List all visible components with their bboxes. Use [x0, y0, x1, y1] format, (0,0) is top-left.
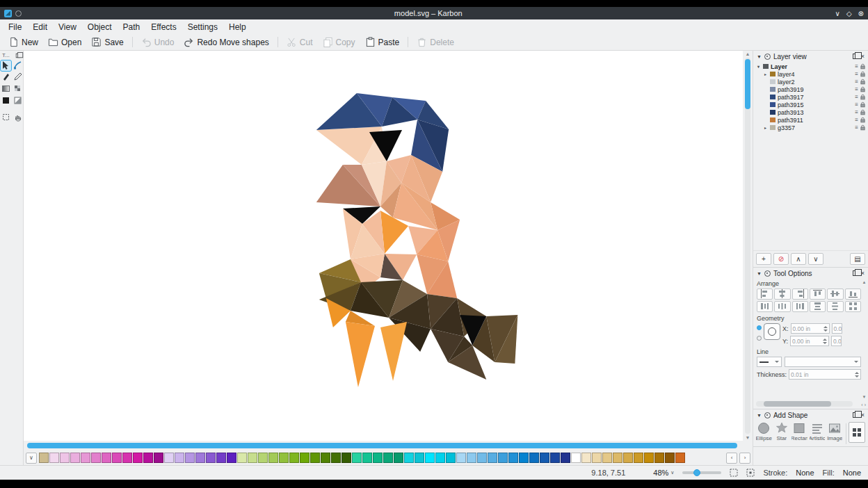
color-swatch[interactable]: [477, 453, 487, 463]
calligraphy-tool[interactable]: [1, 72, 11, 83]
color-swatch[interactable]: [498, 453, 508, 463]
palette-next-button[interactable]: ›: [739, 453, 750, 464]
x-input[interactable]: 0.00 in: [791, 323, 830, 334]
shape-rectangle[interactable]: Rectan: [791, 422, 807, 441]
align-left-button[interactable]: [757, 288, 773, 300]
distribute-hcenter-button[interactable]: [774, 301, 790, 312]
line-style-select[interactable]: [757, 357, 782, 367]
color-swatch[interactable]: [488, 453, 497, 463]
properties-icon[interactable]: ≡: [855, 101, 858, 108]
maximize-button[interactable]: ◇: [846, 10, 852, 17]
color-swatch[interactable]: [571, 453, 581, 463]
width-input[interactable]: 0.00 in: [832, 323, 842, 334]
zoom-select[interactable]: 48% ∨: [653, 469, 674, 477]
tool-options-vscroll[interactable]: ▲▼: [862, 280, 867, 399]
color-swatch[interactable]: [331, 453, 341, 463]
color-swatch[interactable]: [300, 453, 310, 463]
color-swatch[interactable]: [425, 453, 435, 463]
raise-layer-button[interactable]: ∧: [791, 253, 806, 265]
color-swatch[interactable]: [216, 453, 226, 463]
color-swatch[interactable]: [154, 453, 163, 463]
gradient-tool[interactable]: [1, 84, 11, 95]
expander-icon[interactable]: ▾: [756, 64, 761, 69]
line-end-select[interactable]: [785, 357, 861, 367]
color-swatch[interactable]: [81, 453, 90, 463]
align-right-button[interactable]: [792, 288, 808, 300]
crop-tool[interactable]: [1, 113, 11, 123]
float-docker-icon[interactable]: [853, 54, 858, 59]
spinner-arrows-icon[interactable]: [822, 326, 829, 332]
thickness-input[interactable]: 0.01 in: [789, 369, 861, 380]
color-swatch[interactable]: [352, 453, 362, 463]
color-swatch[interactable]: [508, 453, 518, 463]
distribute-spacing-button[interactable]: [845, 301, 861, 312]
pan-tool[interactable]: [13, 113, 23, 123]
color-swatch[interactable]: [321, 453, 330, 463]
color-swatch[interactable]: [561, 453, 570, 463]
color-swatch[interactable]: [143, 453, 153, 463]
shape-pattern-button[interactable]: [849, 422, 865, 443]
lock-icon[interactable]: [860, 63, 865, 70]
properties-icon[interactable]: ≡: [855, 71, 858, 77]
docker-collapse-icon[interactable]: ▼: [757, 271, 762, 276]
float-docker-icon[interactable]: [853, 412, 858, 418]
color-swatch[interactable]: [623, 453, 633, 463]
distribute-left-button[interactable]: [757, 301, 773, 312]
color-swatch[interactable]: [39, 453, 49, 463]
color-swatch[interactable]: [415, 453, 424, 463]
toolbox-float-icon[interactable]: [16, 53, 20, 57]
distribute-right-button[interactable]: [792, 301, 808, 312]
color-swatch[interactable]: [91, 453, 101, 463]
add-layer-button[interactable]: +: [756, 253, 771, 265]
lock-icon[interactable]: [860, 79, 865, 85]
vertical-scrollbar[interactable]: ▲ ▼: [743, 51, 753, 441]
minimize-button[interactable]: ∨: [835, 10, 840, 17]
color-swatch[interactable]: [289, 453, 299, 463]
menu-file[interactable]: File: [3, 21, 27, 33]
shape-artistic-text[interactable]: Artistic: [810, 422, 826, 441]
layer-row-path3915[interactable]: path3915≡: [753, 101, 868, 108]
hscroll-left-icon[interactable]: ‹: [861, 402, 862, 407]
float-docker-icon[interactable]: [853, 270, 858, 276]
distribute-vcenter-button[interactable]: [827, 301, 843, 312]
lock-icon[interactable]: [860, 71, 865, 77]
shape-image[interactable]: Image: [827, 422, 843, 441]
layer-row-g3357[interactable]: ▸g3357≡: [753, 124, 868, 131]
pencil-tool[interactable]: [13, 72, 23, 83]
color-swatch[interactable]: [227, 453, 236, 463]
palette-menu-button[interactable]: ∨: [26, 453, 37, 464]
color-swatch[interactable]: [540, 453, 549, 463]
lock-icon[interactable]: [860, 124, 865, 131]
expander-icon[interactable]: ▸: [763, 125, 768, 130]
color-swatch[interactable]: [185, 453, 195, 463]
height-input[interactable]: 0.00 in: [831, 336, 842, 346]
path-tool[interactable]: [13, 60, 23, 71]
layer-row-layer[interactable]: ▾Layer≡: [753, 63, 868, 70]
menu-help[interactable]: Help: [223, 21, 252, 33]
lock-icon[interactable]: [860, 86, 865, 92]
docker-collapse-icon[interactable]: ▼: [757, 413, 762, 418]
color-swatch[interactable]: [70, 453, 80, 463]
color-swatch[interactable]: [529, 453, 539, 463]
properties-icon[interactable]: ≡: [855, 63, 858, 70]
layer-row-path3919[interactable]: path3919≡: [753, 86, 868, 93]
color-swatch[interactable]: [279, 453, 289, 463]
position-radio[interactable]: [757, 325, 762, 330]
color-swatch[interactable]: [362, 453, 372, 463]
tool-options-hscroll[interactable]: [756, 401, 853, 407]
zoom-slider-thumb[interactable]: [693, 469, 700, 476]
color-swatch[interactable]: [519, 453, 529, 463]
open-button[interactable]: Open: [44, 35, 86, 49]
hscroll-right-icon[interactable]: ›: [865, 402, 866, 407]
new-button[interactable]: New: [4, 35, 42, 49]
color-swatch[interactable]: [644, 453, 654, 463]
color-swatch[interactable]: [550, 453, 560, 463]
horizontal-scroll-thumb[interactable]: [27, 443, 737, 448]
layer-row-path3913[interactable]: path3913≡: [753, 108, 868, 116]
color-swatch[interactable]: [373, 453, 383, 463]
layer-row-path3911[interactable]: path3911≡: [753, 116, 868, 124]
color-swatch[interactable]: [456, 453, 466, 463]
zoom-slider[interactable]: [682, 471, 721, 474]
color-swatch[interactable]: [675, 453, 685, 463]
menu-settings[interactable]: Settings: [182, 21, 223, 33]
